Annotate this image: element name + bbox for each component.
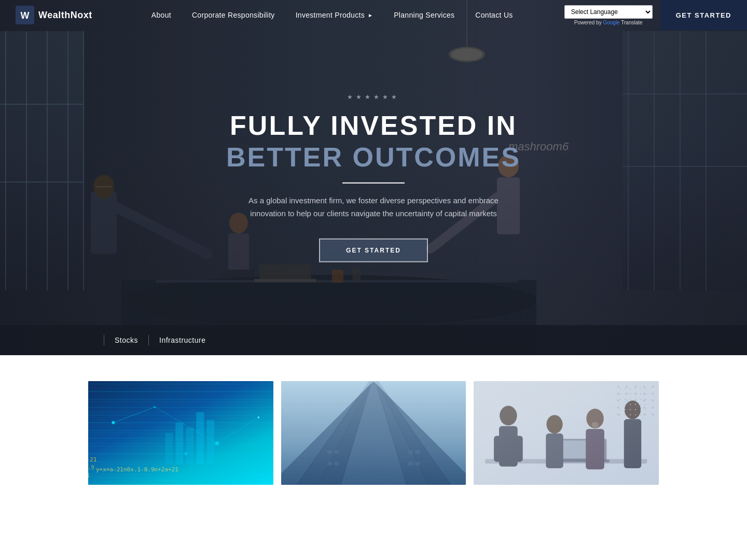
svg-point-89 [617,386,619,388]
svg-point-96 [634,393,637,395]
nav-planning-services[interactable]: Planning Services [383,0,465,30]
cards-grid: y+x=a-21 0x.1-0.9 +2a+21 [88,381,659,485]
nav-links: About Corporate Responsibility Investmen… [108,0,557,30]
svg-rect-84 [408,450,413,454]
svg-rect-117 [558,440,604,458]
svg-line-68 [339,381,374,485]
svg-marker-74 [374,381,431,485]
google-translate-link[interactable]: Google [603,20,619,25]
nav-corporate-responsibility[interactable]: Corporate Responsibility [182,0,285,30]
card-tech-svg: y+x=a-21 0x.1-0.9 +2a+21 [88,381,273,485]
svg-rect-83 [334,462,339,466]
svg-point-93 [652,386,654,388]
svg-marker-76 [339,381,408,485]
nav-about[interactable]: About [141,0,182,30]
card-technology[interactable]: y+x=a-21 0x.1-0.9 +2a+21 [88,381,273,485]
svg-rect-85 [415,450,420,454]
svg-point-56 [184,452,187,455]
svg-point-104 [617,407,619,409]
ticker-infrastructure[interactable]: Infrastructure [159,336,205,344]
svg-point-92 [643,386,645,388]
svg-point-110 [626,413,628,415]
card-team[interactable] [474,381,659,485]
svg-rect-62 [186,428,193,464]
chevron-right-icon: ► [368,12,373,18]
svg-line-58 [155,407,217,443]
svg-point-102 [643,399,645,401]
svg-line-71 [374,381,454,485]
svg-point-52 [112,421,115,424]
hero-cta-button[interactable]: GET STARTED [319,239,428,262]
card-team-svg [474,381,659,485]
hero-title-sub: BETTER OUTCOMES [192,143,555,172]
get-started-nav-button[interactable]: GET STARTED [660,0,747,30]
hero-title-main: FULLY INVESTED IN [192,110,555,140]
card-building[interactable] [281,381,466,485]
svg-point-101 [634,399,637,401]
language-select[interactable]: Select Language [564,5,653,19]
svg-point-103 [652,399,654,401]
svg-point-113 [652,413,654,415]
nav-contact-us[interactable]: Contact Us [465,0,523,30]
svg-marker-73 [316,381,374,485]
nav-investment-products[interactable]: Investment Products ► [285,0,384,30]
svg-line-57 [113,407,155,423]
svg-rect-63 [196,412,204,464]
svg-rect-116 [552,459,610,463]
svg-line-67 [316,381,374,485]
hero-divider [342,183,405,184]
svg-line-69 [374,381,408,485]
svg-line-70 [374,381,431,485]
svg-point-126 [625,401,641,419]
svg-rect-60 [165,433,173,464]
svg-rect-119 [499,426,518,467]
svg-point-90 [626,386,628,388]
svg-line-59 [217,417,258,443]
svg-rect-16 [622,93,747,94]
svg-point-100 [626,399,628,401]
ticker-stocks[interactable]: Stocks [115,336,138,344]
logo-link[interactable]: W WealthNoxt [0,6,108,24]
svg-rect-82 [327,462,332,466]
svg-point-53 [154,406,156,408]
svg-rect-115 [555,439,606,460]
svg-point-99 [617,399,619,401]
svg-point-107 [643,407,645,409]
svg-rect-88 [474,381,659,485]
svg-point-124 [587,409,604,428]
svg-point-23 [451,48,482,61]
svg-rect-65 [281,381,466,485]
svg-point-97 [643,393,645,395]
hero-content: ★★★★★★ FULLY INVESTED IN BETTER OUTCOMES… [192,93,555,262]
svg-marker-72 [293,381,374,485]
cards-section: y+x=a-21 0x.1-0.9 +2a+21 [0,355,747,511]
svg-point-91 [634,386,637,388]
svg-rect-120 [494,436,503,462]
ticker-separator-2 [148,335,149,345]
svg-rect-80 [327,450,332,454]
svg-rect-125 [586,429,605,469]
ticker-separator-1 [104,335,104,345]
svg-point-98 [652,393,654,395]
svg-rect-86 [408,462,413,466]
logo-text: WealthNoxt [38,10,92,21]
svg-text:0x.1-0.9: 0x.1-0.9 [88,465,94,470]
svg-line-66 [293,381,374,485]
svg-rect-127 [624,419,641,468]
svg-rect-123 [546,433,563,468]
hero-stars: ★★★★★★ [192,93,555,100]
svg-rect-39 [88,381,273,485]
logo-icon: W [16,6,34,24]
svg-text:+2a+21: +2a+21 [88,472,90,479]
svg-rect-64 [206,420,214,464]
powered-by-text: Powered by Google Translate [574,20,643,25]
svg-point-55 [257,416,259,418]
svg-rect-61 [175,423,183,464]
hero-description: As a global investment firm, we foster d… [192,194,555,220]
nav-right: Select Language Powered by Google Transl… [557,5,660,25]
svg-point-108 [652,407,654,409]
svg-rect-81 [334,450,339,454]
navbar: W WealthNoxt About Corporate Responsibil… [0,0,747,30]
svg-rect-9 [0,104,83,105]
svg-point-94 [617,393,619,395]
